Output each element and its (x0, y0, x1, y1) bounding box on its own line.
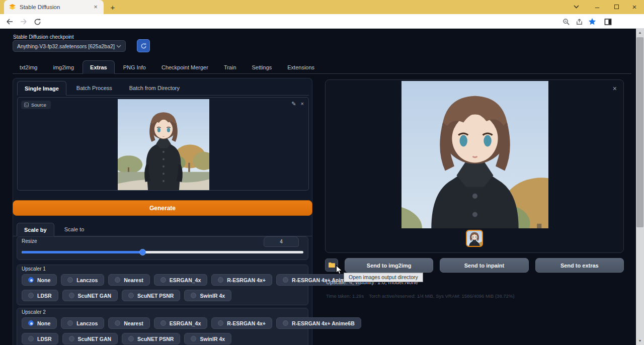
chevron-down-icon (116, 45, 121, 48)
reload-button[interactable] (32, 16, 43, 27)
source-badge-label: Source (31, 102, 46, 108)
radio-icon (28, 293, 34, 298)
source-badge: Source (21, 101, 51, 109)
page-scrollbar[interactable]: ▲ ▼ (636, 29, 644, 345)
upscaler1-option-none[interactable]: None (22, 274, 57, 286)
tab-batch-process[interactable]: Batch Process (69, 81, 119, 95)
thumbnail-image (467, 231, 482, 246)
refresh-checkpoint-button[interactable] (137, 39, 150, 52)
chip-label: None (37, 320, 50, 326)
radio-icon (283, 277, 288, 283)
tab-img2img[interactable]: img2img (46, 60, 81, 74)
tab-txt2img[interactable]: txt2img (13, 60, 44, 74)
tab-png-info[interactable]: PNG Info (116, 60, 153, 74)
image-icon (24, 103, 29, 107)
chip-label: ScuNET GAN (78, 336, 112, 342)
upscaler1-option-nearest[interactable]: Nearest (108, 274, 150, 286)
window-minimize-button[interactable]: – (591, 0, 604, 13)
checkpoint-dropdown[interactable]: Anything-V3-fp32.safetensors [625a2ba2] (13, 40, 126, 52)
chip-label: R-ESRGAN 4x+ (227, 277, 266, 283)
generate-button[interactable]: Generate (13, 200, 312, 216)
tab-batch-from-directory[interactable]: Batch from Directory (122, 81, 187, 95)
checkpoint-label: Stable Diffusion checkpoint (13, 34, 73, 40)
upscaler2-option-lanczos[interactable]: Lanczos (61, 317, 104, 329)
main-tab-bar: txt2img img2img Extras PNG Info Checkpoi… (13, 60, 321, 74)
upscaler1-panel: Upscaler 1 None Lanczos Nearest ESRGAN_4… (17, 265, 308, 305)
tab-scale-by[interactable]: Scale by (17, 223, 54, 236)
browser-tab[interactable]: Stable Diffusion × (4, 0, 104, 14)
tab-extensions[interactable]: Extensions (280, 60, 321, 74)
upscaler2-option-none[interactable]: None (22, 317, 57, 329)
checkpoint-value: Anything-V3-fp32.safetensors [625a2ba2] (17, 43, 116, 49)
chip-label: SwinIR 4x (200, 336, 225, 342)
chip-label: Lanczos (76, 320, 98, 326)
tab-search-chevron-icon[interactable] (570, 0, 583, 13)
upscaler1-option-scunet-gan[interactable]: ScuNET GAN (62, 290, 118, 301)
webui-page: Stable Diffusion checkpoint Anything-V3-… (0, 29, 644, 345)
time-taken-text: Time taken: 1.29s (326, 293, 364, 299)
upscaler1-label: Upscaler 1 (22, 266, 46, 272)
send-button-row: Send to img2img Send to inpaint Send to … (325, 258, 624, 273)
radio-icon (128, 336, 134, 341)
zoom-indicator-icon[interactable] (560, 16, 572, 27)
send-to-inpaint-button[interactable]: Send to inpaint (440, 258, 528, 273)
scrollbar-thumb[interactable] (636, 37, 643, 227)
chip-label: SwinIR 4x (200, 293, 225, 299)
radio-icon (160, 320, 166, 326)
upscaler2-option-resrgan4x[interactable]: R-ESRGAN 4x+ (211, 317, 272, 329)
chip-label: R-ESRGAN 4x+ (227, 320, 266, 326)
gallery-thumbnail[interactable] (466, 230, 483, 247)
new-tab-button[interactable]: + (108, 3, 118, 13)
upscaler2-option-resrgan-anime6b[interactable]: R-ESRGAN 4x+ Anime6B (276, 317, 361, 329)
chip-label: LDSR (37, 336, 52, 342)
radio-icon (67, 277, 73, 283)
scroll-down-arrow[interactable]: ▼ (636, 337, 644, 345)
upscaler2-option-swinir4x[interactable]: SwinIR 4x (184, 333, 231, 344)
tab-single-image[interactable]: Single Image (17, 81, 66, 96)
send-to-img2img-button[interactable]: Send to img2img (345, 258, 433, 273)
source-image-dropzone[interactable]: Source ✎ × (17, 97, 309, 191)
tab-close-icon[interactable]: × (92, 3, 100, 11)
open-output-folder-button[interactable] (325, 258, 338, 272)
edit-image-icon[interactable]: ✎ (291, 101, 296, 107)
tab-train[interactable]: Train (217, 60, 244, 74)
tab-extras[interactable]: Extras (83, 60, 115, 74)
result-gallery: × (325, 79, 624, 253)
window-maximize-button[interactable] (610, 0, 623, 13)
upscaler2-option-esrgan4x[interactable]: ESRGAN_4x (154, 317, 207, 329)
upscaler1-option-swinir4x[interactable]: SwinIR 4x (184, 290, 231, 301)
slider-handle[interactable] (139, 249, 146, 255)
result-image[interactable] (401, 81, 548, 228)
bookmark-star-icon[interactable] (587, 16, 598, 27)
tab-settings[interactable]: Settings (245, 60, 279, 74)
upscaler1-option-ldsr[interactable]: LDSR (22, 290, 58, 301)
upscaler2-option-ldsr[interactable]: LDSR (22, 333, 58, 344)
upscaler2-option-scunet-psnr[interactable]: ScuNET PSNR (122, 333, 180, 344)
scroll-up-arrow[interactable]: ▲ (636, 29, 644, 37)
window-close-button[interactable]: × (628, 0, 641, 13)
radio-icon (67, 320, 73, 326)
forward-button[interactable] (18, 16, 29, 27)
resize-slider[interactable] (22, 249, 303, 255)
resize-value-input[interactable]: 4 (264, 236, 299, 247)
clear-image-icon[interactable]: × (301, 101, 304, 107)
chip-label: R-ESRGAN 4x+ Anime6B (292, 320, 355, 326)
upscaler2-option-nearest[interactable]: Nearest (108, 317, 150, 329)
upscaler2-panel: Upscaler 2 None Lanczos Nearest ESRGAN_4… (17, 308, 308, 345)
upscaler1-option-esrgan4x[interactable]: ESRGAN_4x (154, 274, 207, 286)
send-to-extras-button[interactable]: Send to extras (535, 258, 624, 273)
tab-scale-to[interactable]: Scale to (57, 223, 92, 236)
upscaler1-option-scunet-psnr[interactable]: ScuNET PSNR (122, 290, 180, 301)
share-icon[interactable] (574, 16, 585, 27)
source-image[interactable] (118, 99, 209, 190)
performance-info: Time taken: 1.29sTorch active/reserved: … (326, 293, 520, 299)
back-button[interactable] (4, 16, 15, 27)
upscaler2-option-scunet-gan[interactable]: ScuNET GAN (62, 333, 118, 344)
upscaler1-option-lanczos[interactable]: Lanczos (61, 274, 104, 286)
radio-icon (191, 293, 196, 298)
radio-icon (191, 336, 196, 341)
side-panel-icon[interactable] (602, 16, 613, 27)
upscaler1-option-resrgan4x[interactable]: R-ESRGAN 4x+ (211, 274, 272, 286)
gallery-close-icon[interactable]: × (613, 84, 617, 93)
tab-checkpoint-merger[interactable]: Checkpoint Merger (154, 60, 215, 74)
